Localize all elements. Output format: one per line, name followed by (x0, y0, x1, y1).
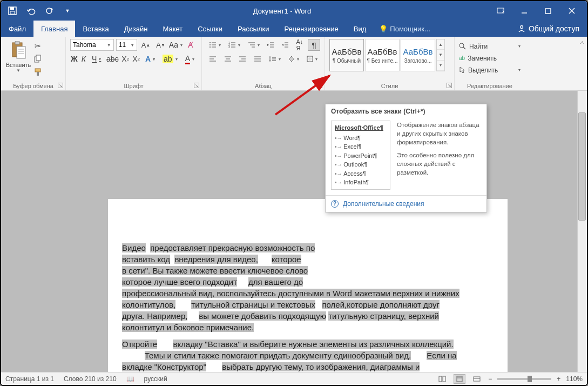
grow-font-icon[interactable]: A▲ (139, 39, 152, 51)
format-painter-icon[interactable] (31, 66, 44, 78)
tab-home[interactable]: Главная (33, 21, 75, 37)
align-left-icon[interactable] (206, 53, 219, 65)
tooltip-more-info[interactable]: ? Дополнительные сведения (326, 196, 486, 212)
align-center-icon[interactable] (221, 53, 234, 65)
group-editing: Найти▾ abЗаменить Выделить▾ Редактирован… (455, 37, 525, 90)
select-button[interactable]: Выделить▾ (459, 65, 521, 75)
underline-icon[interactable]: Ч▾ (89, 53, 104, 65)
tab-insert[interactable]: Вставка (75, 21, 116, 37)
status-word-count[interactable]: Слово 210 из 210 (64, 375, 117, 383)
replace-label: Заменить (468, 55, 497, 62)
bold-icon[interactable]: Ж (70, 53, 78, 65)
zoom-out-icon[interactable]: − (488, 375, 492, 383)
text: вкладку "Вставка" и выберите нужные элем… (173, 340, 453, 349)
numbering-icon[interactable]: 123▾ (226, 39, 243, 51)
qa-customize-icon[interactable]: ▼ (62, 5, 73, 17)
align-right-icon[interactable] (236, 53, 249, 65)
svg-rect-64 (443, 376, 445, 382)
paragraph-launcher[interactable]: ↘ (317, 83, 322, 88)
style-no-spacing[interactable]: АаБбВв¶ Без инте... (365, 39, 400, 71)
undo-icon[interactable] (25, 5, 37, 17)
status-language[interactable]: русский (144, 375, 167, 383)
close-icon[interactable] (565, 4, 578, 17)
view-read-mode[interactable] (436, 374, 448, 384)
font-color-icon[interactable]: A▾ (183, 53, 197, 65)
clear-formatting-icon[interactable]: A̸ (184, 39, 197, 51)
text: Если на (427, 351, 456, 360)
replace-button[interactable]: abЗаменить (459, 53, 521, 63)
shading-icon[interactable]: ▾ (286, 53, 302, 65)
zoom-slider[interactable] (497, 378, 551, 380)
font-size-combo[interactable]: 11▼ (116, 39, 137, 51)
save-icon[interactable] (6, 5, 18, 17)
style-heading1[interactable]: АаБбВвЗаголово... (401, 39, 435, 71)
sign-in-area[interactable] (430, 21, 510, 37)
tab-mailings[interactable]: Рассылки (230, 21, 276, 37)
zoom-level[interactable]: 110% (566, 375, 583, 383)
styles-launcher[interactable]: ↘ (447, 83, 452, 88)
copy-icon[interactable] (31, 53, 44, 65)
justify-icon[interactable] (251, 53, 264, 65)
tab-references[interactable]: Ссылки (190, 21, 230, 37)
cut-icon[interactable]: ✂ (31, 40, 44, 52)
svg-text:3: 3 (228, 45, 230, 48)
text: вкладке "Конструктор" (122, 362, 206, 371)
bullets-icon[interactable]: ▾ (206, 39, 224, 51)
svg-point-20 (209, 42, 211, 43)
multilevel-list-icon[interactable]: ▾ (245, 39, 262, 51)
subscript-icon[interactable]: X2 (121, 53, 130, 65)
highlight-icon[interactable]: ab▾ (160, 53, 180, 65)
document-page[interactable]: Видео предоставляет прекрасную возможнос… (108, 199, 508, 372)
style-normal[interactable]: АаБбВв¶ Обычный (329, 39, 364, 71)
style-name-normal: ¶ Обычный (330, 58, 363, 64)
view-web-layout[interactable] (471, 374, 483, 384)
status-page[interactable]: Страница 1 из 1 (5, 375, 54, 383)
tab-review[interactable]: Рецензирование (276, 21, 346, 37)
group-styles: АаБбВв¶ Обычный АаБбВв¶ Без инте... АаБб… (325, 37, 455, 90)
decrease-indent-icon[interactable] (265, 39, 277, 51)
increase-indent-icon[interactable] (279, 39, 292, 51)
svg-rect-67 (474, 377, 480, 381)
zoom-slider-thumb[interactable] (528, 376, 532, 382)
document-title: Документ1 - Word (79, 7, 485, 15)
tell-me-assistant[interactable]: 💡 Помощник... (379, 21, 430, 37)
styles-scroll[interactable]: ▲▼▾ (436, 39, 445, 71)
superscript-icon[interactable]: X2 (132, 53, 140, 65)
tab-layout[interactable]: Макет (155, 21, 190, 37)
borders-icon[interactable]: ▾ (304, 53, 320, 65)
minimize-icon[interactable] (518, 4, 531, 17)
status-proofing-icon[interactable]: 📖 (126, 375, 134, 383)
text-effects-icon[interactable]: A▾ (143, 53, 158, 65)
tooltip-item: Excel¶ (335, 142, 387, 151)
select-label: Выделить (468, 66, 498, 74)
font-name-combo[interactable]: Tahoma▼ (70, 39, 114, 51)
text: Видео (122, 243, 146, 252)
redo-icon[interactable] (43, 5, 55, 17)
tab-view[interactable]: Вид (346, 21, 374, 37)
svg-point-24 (209, 46, 211, 48)
view-print-layout[interactable] (454, 374, 465, 384)
maximize-icon[interactable] (542, 4, 555, 17)
vertical-scrollbar[interactable] (577, 91, 587, 372)
clipboard-launcher[interactable]: ↘ (58, 83, 63, 88)
scrollbar-thumb[interactable] (578, 112, 586, 221)
ribbon-tabs: Файл Главная Вставка Дизайн Макет Ссылки… (1, 21, 587, 37)
zoom-in-icon[interactable]: + (557, 375, 560, 383)
text: Откройте (122, 340, 157, 349)
group-clipboard-title: Буфер обмена (1, 83, 65, 89)
shrink-font-icon[interactable]: A▼ (154, 39, 167, 51)
ribbon-options-icon[interactable] (494, 4, 507, 17)
strikethrough-icon[interactable]: abc (106, 53, 119, 65)
collapse-ribbon-icon[interactable]: ㅅ (579, 39, 585, 46)
font-launcher[interactable]: ↘ (194, 83, 199, 88)
tab-design[interactable]: Дизайн (117, 21, 156, 37)
tab-file[interactable]: Файл (1, 21, 33, 37)
find-button[interactable]: Найти▾ (459, 41, 521, 51)
change-case-icon[interactable]: Aa▾ (169, 39, 182, 51)
show-hide-marks-button[interactable]: ¶ (308, 39, 320, 51)
share-button[interactable]: Общий доступ (510, 21, 587, 37)
sort-icon[interactable]: А↓Я (294, 39, 306, 51)
paste-button[interactable]: Вставить ▼ (5, 39, 31, 78)
line-spacing-icon[interactable]: ▾ (266, 53, 283, 65)
italic-icon[interactable]: К (80, 53, 87, 65)
